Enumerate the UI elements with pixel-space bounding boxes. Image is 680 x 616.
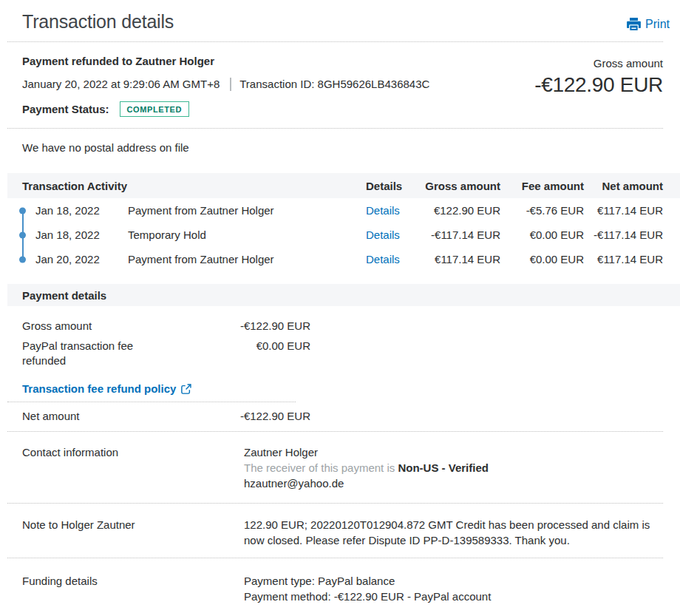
- column-header-net: Net amount: [584, 180, 663, 192]
- funding-value: Payment type: PayPal balance Payment met…: [244, 573, 663, 604]
- row-net: €117.14 EUR: [584, 253, 663, 265]
- row-description: Temporary Hold: [128, 229, 366, 241]
- page-header: Transaction details Print: [0, 0, 680, 41]
- receiver-status: Non-US - Verified: [398, 461, 489, 474]
- note-row: Note to Holger Zautner 122.90 EUR; 20220…: [0, 504, 680, 558]
- payment-details-title: Payment details: [7, 289, 106, 302]
- gross-amount-value: -€122.90 EUR: [534, 73, 663, 97]
- payment-details-header: Payment details: [7, 284, 680, 306]
- row-date: Jan 20, 2022: [35, 253, 128, 265]
- activity-header-row: Transaction Activity Details Gross amoun…: [7, 173, 680, 198]
- table-row: Jan 18, 2022 Temporary Hold Details -€11…: [7, 223, 680, 247]
- row-gross: €117.14 EUR: [414, 253, 500, 265]
- row-description: Payment from Zautner Holger: [128, 253, 366, 265]
- note-text: 122.90 EUR; 20220120T012904.872 GMT Cred…: [244, 517, 663, 548]
- status-badge: COMPLETED: [120, 101, 189, 117]
- column-header-details: Details: [366, 180, 414, 192]
- payment-status-label: Payment Status:: [22, 103, 109, 115]
- transaction-id: Transaction ID: 8GH59626LB436843C: [239, 77, 429, 92]
- timeline-dot: [15, 223, 35, 247]
- timeline-dot: [15, 247, 35, 271]
- vertical-separator: [230, 78, 231, 91]
- row-fee: €0.00 EUR: [500, 229, 584, 241]
- gross-amount-label: Gross amount: [534, 57, 663, 70]
- postal-address-note: We have no postal address on file: [0, 129, 680, 173]
- transaction-activity-section: Transaction Activity Details Gross amoun…: [0, 173, 680, 271]
- fee-value: €0.00 EUR: [222, 339, 310, 368]
- policy-row: Transaction fee refund policy: [0, 373, 680, 402]
- details-link[interactable]: Details: [366, 229, 414, 241]
- gross-amount-block: Gross amount -€122.90 EUR: [534, 57, 663, 97]
- fee-refunded-row: PayPal transaction fee refunded €0.00 EU…: [0, 339, 680, 373]
- page-title: Transaction details: [22, 11, 663, 33]
- net-amount-row: Net amount -€122.90 EUR: [0, 402, 680, 431]
- net-label: Net amount: [22, 409, 222, 424]
- funding-label: Funding details: [22, 573, 244, 604]
- print-label: Print: [645, 18, 670, 31]
- timeline-dot: [15, 198, 35, 223]
- contact-name: Zautner Holger: [244, 444, 663, 460]
- row-fee: -€5.76 EUR: [500, 204, 584, 217]
- table-row: Jan 20, 2022 Payment from Zautner Holger…: [7, 247, 680, 271]
- gross-label: Gross amount: [22, 319, 222, 334]
- receiver-status-line: The receiver of this payment is Non-US -…: [244, 460, 663, 475]
- contact-value: Zautner Holger The receiver of this paym…: [244, 444, 663, 491]
- funding-details-row: Funding details Payment type: PayPal bal…: [0, 558, 680, 616]
- summary-section: Payment refunded to Zautner Holger Janua…: [0, 42, 680, 128]
- transaction-date: January 20, 2022 at 9:29:06 AM GMT+8: [22, 77, 220, 92]
- row-date: Jan 18, 2022: [35, 229, 128, 241]
- activity-title: Transaction Activity: [15, 180, 366, 192]
- row-description: Payment from Zautner Holger: [128, 204, 366, 217]
- contact-email: hzautner@yahoo.de: [244, 475, 663, 491]
- payment-details-section: Gross amount -€122.90 EUR PayPal transac…: [0, 306, 680, 431]
- row-net: €117.14 EUR: [584, 204, 663, 217]
- payment-type-line: Payment type: PayPal balance: [244, 573, 663, 589]
- note-label: Note to Holger Zautner: [22, 517, 244, 548]
- row-net: -€117.14 EUR: [584, 229, 663, 241]
- gross-amount-row: Gross amount -€122.90 EUR: [0, 319, 680, 339]
- payment-method-line: Payment method: -€122.90 EUR - PayPal ac…: [244, 589, 663, 604]
- fee-label: PayPal transaction fee refunded: [22, 339, 170, 368]
- row-fee: €0.00 EUR: [500, 253, 584, 265]
- row-gross: -€117.14 EUR: [414, 229, 500, 241]
- contact-label: Contact information: [22, 444, 244, 491]
- print-button[interactable]: Print: [627, 18, 670, 31]
- details-link[interactable]: Details: [366, 253, 414, 265]
- column-header-fee: Fee amount: [500, 180, 584, 192]
- row-date: Jan 18, 2022: [35, 204, 128, 217]
- table-row: Jan 18, 2022 Payment from Zautner Holger…: [7, 198, 680, 223]
- external-link-icon: [181, 384, 191, 394]
- transaction-details-page: Transaction details Print Payment refund…: [0, 0, 680, 616]
- gross-value: -€122.90 EUR: [222, 319, 310, 334]
- policy-link-label: Transaction fee refund policy: [22, 382, 176, 395]
- row-gross: €122.90 EUR: [414, 204, 500, 217]
- column-header-gross: Gross amount: [414, 180, 500, 192]
- contact-information-row: Contact information Zautner Holger The r…: [0, 432, 680, 503]
- receiver-prefix: The receiver of this payment is: [244, 461, 398, 474]
- printer-icon: [627, 18, 641, 31]
- transaction-fee-refund-policy-link[interactable]: Transaction fee refund policy: [22, 382, 191, 395]
- net-value: -€122.90 EUR: [222, 409, 310, 424]
- status-row: Payment Status: COMPLETED: [22, 100, 663, 118]
- details-link[interactable]: Details: [366, 204, 414, 217]
